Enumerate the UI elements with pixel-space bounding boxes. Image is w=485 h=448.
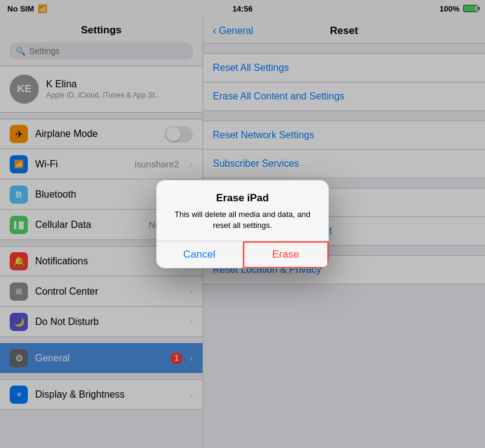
erase-button[interactable]: Erase — [243, 241, 329, 268]
alert-content: Erase iPad This will delete all media an… — [156, 180, 329, 241]
alert-dialog: Erase iPad This will delete all media an… — [156, 180, 329, 268]
alert-message: This will delete all media and data, and… — [166, 209, 319, 231]
alert-title: Erase iPad — [166, 192, 319, 204]
cancel-button[interactable]: Cancel — [156, 241, 243, 268]
alert-buttons: Cancel Erase — [156, 241, 329, 268]
